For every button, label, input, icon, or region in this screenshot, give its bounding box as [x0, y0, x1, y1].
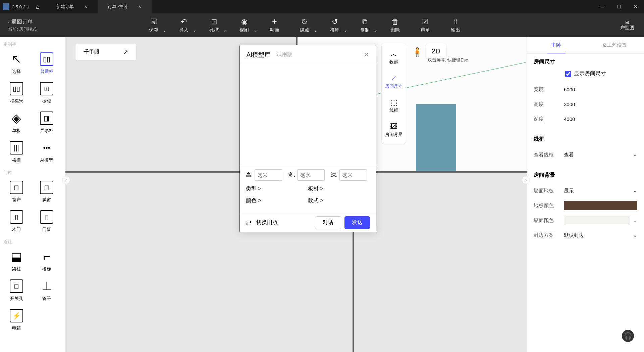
tool-stairs[interactable]: ⌐楼梯 [32, 246, 62, 276]
tool-select[interactable]: ↖选择 [1, 49, 32, 78]
grid-icon: ||| [10, 141, 23, 155]
width-input[interactable] [297, 169, 325, 181]
show-room-checkbox[interactable] [565, 71, 571, 77]
tab-label: 新建订单 [56, 4, 74, 10]
wallcolor-swatch[interactable] [564, 216, 630, 225]
category-door: 门窗 [0, 167, 65, 177]
review-button[interactable]: ☑审单 [410, 13, 440, 37]
esc-hint: 双击屏幕, 快捷键Esc [428, 57, 468, 63]
cabinet-3d-object[interactable] [416, 104, 456, 171]
chevron-down-icon: ⌄ [633, 152, 637, 158]
qianli-button[interactable]: 千里眼 ↗ [75, 44, 136, 60]
maximize-button[interactable]: ☐ [610, 4, 627, 9]
close-button[interactable]: ✕ [627, 4, 644, 9]
chevron-down-icon: ⌄ [633, 232, 637, 238]
chevron-down-icon: ⌄ [633, 217, 637, 223]
depth-label: 深: [331, 172, 337, 179]
tool-pipe[interactable]: ⊥管子 [32, 276, 62, 305]
collapse-left-handle[interactable]: ‹ [62, 176, 70, 184]
collapse-right-handle[interactable]: › [522, 176, 530, 184]
support-button[interactable]: 🎧 [622, 330, 634, 342]
floorcolor-row: 地板颜色 [534, 198, 637, 213]
export-button[interactable]: ⇧输出 [440, 13, 471, 37]
wallfloor-select[interactable]: 显示⌄ [564, 185, 637, 196]
tool-beam[interactable]: ⬓梁柱 [1, 246, 32, 276]
tool-irregular[interactable]: ◨异形柜 [32, 108, 62, 137]
tool-ebox[interactable]: ⚡电箱 [1, 305, 32, 335]
tab-room[interactable]: 主卧 [527, 37, 586, 53]
floating-toolbar: ︿收起 ⟋房间尺寸 ⬚线框 🖼房间背景 [382, 43, 406, 144]
tab-craft[interactable]: ⚙ 工艺设置 [586, 37, 644, 53]
tool-bay[interactable]: ⊓飘窗 [32, 177, 62, 207]
tool-doorpanel[interactable]: ▯门板 [32, 207, 62, 236]
close-icon[interactable]: ✕ [364, 51, 369, 59]
panel-icon: ◈ [10, 112, 23, 125]
color-option[interactable]: 颜色 > [246, 197, 308, 204]
tool-switch[interactable]: □开关孔 [1, 276, 32, 305]
viewwire-row: 查看线框查看⌄ [534, 147, 637, 162]
save-icon: 🖫 [150, 17, 157, 27]
tool-ai[interactable]: •••AI模型 [32, 137, 62, 167]
close-icon[interactable]: ✕ [84, 4, 88, 9]
wallfloor-row: 墙面地板显示⌄ [534, 183, 637, 198]
qianli-label: 千里眼 [84, 49, 100, 56]
hide-icon: ⦰ [302, 17, 307, 27]
type-option[interactable]: 类型 > [246, 185, 308, 192]
viewwire-select[interactable]: 查看⌄ [564, 149, 637, 161]
height-input[interactable] [255, 169, 282, 181]
switch-old-label[interactable]: 切换旧版 [256, 219, 278, 226]
person-icon[interactable]: 🧍 [412, 47, 423, 57]
tab-new-order[interactable]: 新建订单 ✕ [46, 0, 98, 13]
delete-button[interactable]: 🗑删除 [380, 13, 410, 37]
tool-panel[interactable]: ◈单板 [1, 108, 32, 137]
wireframe-tool[interactable]: ⬚线框 [382, 93, 406, 118]
review-icon: ☑ [422, 17, 429, 27]
board-option[interactable]: 板材 > [308, 185, 370, 192]
floorplan-button[interactable]: ⊞户型图 [610, 19, 644, 31]
close-icon[interactable]: ✕ [138, 4, 142, 9]
floorplan-icon: ⊞ [625, 19, 629, 25]
view-button[interactable]: ◉视图 [229, 13, 259, 37]
home-icon[interactable]: ⌂ [36, 3, 40, 10]
cursor-icon: ↖ [10, 52, 23, 66]
image-icon: 🖼 [390, 122, 397, 132]
tool-kitchen[interactable]: ⊞橱柜 [32, 78, 62, 108]
style-option[interactable]: 款式 > [308, 197, 370, 204]
undo-button[interactable]: ↺撤销 [320, 13, 350, 37]
roomsize-tool[interactable]: ⟋房间尺寸 [382, 69, 406, 93]
tab-order-room[interactable]: 订单>主卧 ✕ [98, 0, 152, 13]
depth-value[interactable]: 4000 [564, 116, 637, 122]
mode-label: 当前: 房间模式 [8, 26, 37, 32]
copy-button[interactable]: ⧉复制 [350, 13, 380, 37]
back-to-order[interactable]: ‹ 返回订单 当前: 房间模式 [0, 13, 45, 37]
floorcolor-swatch[interactable] [564, 201, 637, 210]
minimize-button[interactable]: — [594, 4, 610, 9]
ebox-icon: ⚡ [10, 309, 23, 322]
width-value[interactable]: 6000 [564, 87, 637, 92]
height-value[interactable]: 3000 [564, 101, 637, 107]
export-icon: ⇧ [452, 17, 459, 27]
tool-window[interactable]: ⊓窗户 [1, 177, 32, 207]
save-button[interactable]: 🖫保存 [139, 13, 169, 37]
section-room-bg: 房间背景 墙面地板显示⌄ 地板颜色 墙面颜色⌄ 封边方案默认封边⌄ [527, 167, 644, 247]
ai-icon: ••• [40, 141, 53, 155]
send-button[interactable]: 发送 [344, 216, 370, 229]
anim-button[interactable]: ✦动画 [259, 13, 289, 37]
tab-label: 订单>主卧 [108, 4, 128, 10]
depth-input[interactable] [339, 169, 367, 181]
pipe-icon: ⊥ [40, 279, 53, 293]
roombg-tool[interactable]: 🖼房间背景 [382, 118, 406, 142]
edge-select[interactable]: 默认封边⌄ [564, 229, 637, 241]
2d-toggle-button[interactable]: 2D [426, 43, 446, 59]
tool-door[interactable]: ▯木门 [1, 207, 32, 236]
tool-grid[interactable]: |||格栅 [1, 137, 32, 167]
chat-button[interactable]: 对话 [315, 216, 341, 229]
tool-cabinet[interactable]: ▯▯普通柜 [32, 49, 62, 78]
section-title: 房间背景 [534, 172, 637, 179]
collapse-tool[interactable]: ︿收起 [382, 45, 406, 69]
hole-button[interactable]: ⊡孔槽 [199, 13, 229, 37]
hide-button[interactable]: ⦰隐藏 [289, 13, 320, 37]
category-avoid: 避让 [0, 236, 65, 246]
import-button[interactable]: ↶导入 [169, 13, 199, 37]
tool-tatami[interactable]: ▯▯榻榻米 [1, 78, 32, 108]
